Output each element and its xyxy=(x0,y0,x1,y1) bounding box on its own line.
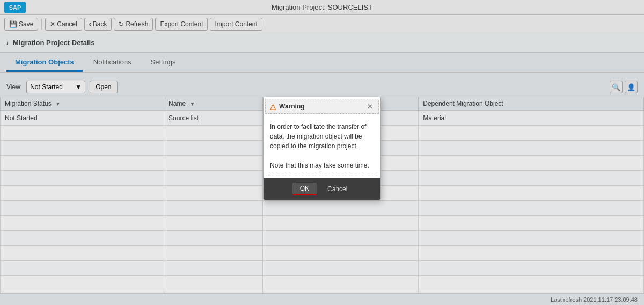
warning-message-1: In order to facilitate the transfer of d… xyxy=(270,122,374,151)
ok-button[interactable]: OK xyxy=(292,183,317,195)
cancel-button[interactable]: Cancel xyxy=(323,183,352,195)
warning-modal: △ Warning ✕ In order to facilitate the t… xyxy=(263,97,381,200)
modal-title-bar: △ Warning ✕ xyxy=(265,99,379,114)
dotted-separator xyxy=(268,176,376,176)
modal-body: In order to facilitate the transfer of d… xyxy=(264,115,380,176)
modal-title: △ Warning xyxy=(270,102,305,111)
modal-footer: OK Cancel xyxy=(264,178,380,200)
modal-overlay: △ Warning ✕ In order to facilitate the t… xyxy=(0,0,644,305)
modal-close-button[interactable]: ✕ xyxy=(366,103,374,111)
warning-triangle-icon: △ xyxy=(270,102,276,111)
warning-message-2: Note that this may take some time. xyxy=(270,161,374,170)
